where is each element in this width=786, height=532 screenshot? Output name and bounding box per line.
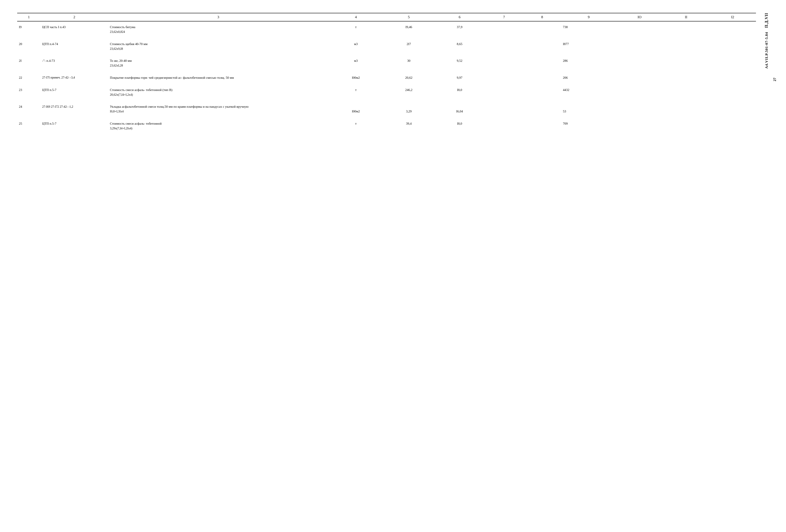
row-desc: Стоимость смеси асфаль- тобетонной (тип …: [108, 87, 328, 98]
table-row: I9 ЦСП часть I п.43 Стоимость битума 23,…: [17, 21, 756, 35]
spacer-row: [17, 35, 756, 41]
side-label-code: А4.VII.P.501-07-5.84: [765, 32, 769, 69]
row-code: ЦТП п.4-74: [40, 41, 108, 52]
row-col10: [616, 87, 663, 98]
row-num: 25: [17, 120, 40, 132]
row-unit: I00м2: [328, 103, 383, 115]
row-desc: Стоимость смеси асфаль- тобетонной 3,29х…: [108, 120, 328, 132]
table-row: 2I -"- п.4-73 То же, 20-40 мм 23,62хI,28…: [17, 57, 756, 69]
row-col7: [485, 57, 523, 69]
row-col11: [663, 21, 709, 35]
row-col12: [709, 87, 756, 98]
main-table: 1 2 3 4 5 6 7 8 9 IO II I2 I9 ЦСП часть …: [17, 13, 756, 132]
row-col8: [523, 87, 561, 98]
row-col12: [709, 120, 756, 132]
side-labels: П.Д.VII А4.VII.P.501-07-5.84: [764, 13, 769, 69]
row-col11: [663, 57, 709, 69]
table-row: 25 ЦТП п.5-7 Стоимость смеси асфаль- тоб…: [17, 120, 756, 132]
row-col12: [709, 57, 756, 69]
row-num: 23: [17, 87, 40, 98]
row-col12: 27: [709, 74, 756, 81]
row-col8: [523, 74, 561, 81]
header-col12: I2: [709, 13, 756, 21]
row-col10: [616, 74, 663, 81]
row-code: ЦСП часть I п.43: [40, 21, 108, 35]
row-col7: [485, 120, 523, 132]
row-col6: I8,0: [434, 120, 485, 132]
row-col8: [523, 21, 561, 35]
row-col7: [485, 21, 523, 35]
row-col11: [663, 103, 709, 115]
row-col5: 39,4: [383, 120, 434, 132]
row-col9: 4432: [561, 87, 616, 98]
row-col9: I877: [561, 41, 616, 52]
row-num: 24: [17, 103, 40, 115]
row-num: I9: [17, 21, 40, 35]
row-desc: То же, 20-40 мм 23,62хI,28: [108, 57, 328, 69]
header-col8: 8: [523, 13, 561, 21]
row-col7: [485, 87, 523, 98]
row-col9: 286: [561, 57, 616, 69]
table-row: 23 ЦТП п.5-7 Стоимость смеси асфаль- тоб…: [17, 87, 756, 98]
row-unit: м3: [328, 41, 383, 52]
row-unit: т: [328, 87, 383, 98]
margin-number: 27: [772, 78, 778, 81]
header-col2: 2: [40, 13, 108, 21]
row-col12: [709, 41, 756, 52]
row-unit: I00м2: [328, 74, 383, 81]
row-col5: I9,46: [383, 21, 434, 35]
spacer-row: [17, 115, 756, 120]
row-col10: [616, 41, 663, 52]
row-col6: 8,65: [434, 41, 485, 52]
row-num: 2I: [17, 57, 40, 69]
row-col6: I6,04: [434, 103, 485, 115]
row-col5: 2I7: [383, 41, 434, 52]
row-code: ЦТП п.5-7: [40, 120, 108, 132]
row-col6: 9,52: [434, 57, 485, 69]
page-container: П.Д.VII А4.VII.P.501-07-5.84 1 2 3 4 5: [17, 13, 769, 132]
header-col11: II: [663, 13, 709, 21]
table-row: 22 27-I7I примеч. 27-42- -3,4 Покрытие п…: [17, 74, 756, 81]
row-code: 27-I69 27-I72 27-42- -1,2: [40, 103, 108, 115]
header-col1: 1: [17, 13, 40, 21]
row-col6: 37,9: [434, 21, 485, 35]
row-col9: 53: [561, 103, 616, 115]
row-col8: [523, 103, 561, 115]
row-col11: [663, 74, 709, 81]
row-col8: [523, 120, 561, 132]
row-desc: Укладка асфальтобетонной смеси толщ.50 м…: [108, 103, 328, 115]
header-col7: 7: [485, 13, 523, 21]
row-code: -"- п.4-73: [40, 57, 108, 69]
table-row: 24 27-I69 27-I72 27-42- -1,2 Укладка асф…: [17, 103, 756, 115]
row-col9: 709: [561, 120, 616, 132]
header-col6: 6: [434, 13, 485, 21]
row-col6: I8,0: [434, 87, 485, 98]
row-col11: [663, 41, 709, 52]
row-col12: [709, 21, 756, 35]
row-desc: Стоимость битума 23,62х0,824: [108, 21, 328, 35]
row-col5: 20,62: [383, 74, 434, 81]
row-col10: [616, 21, 663, 35]
header-col4: 4: [328, 13, 383, 21]
header-col9: 9: [561, 13, 616, 21]
table-row: 20 ЦТП п.4-74 Стоимость щебня 40-70 мм 2…: [17, 41, 756, 52]
row-col5: 246,2: [383, 87, 434, 98]
header-col3: 3: [108, 13, 328, 21]
spacer-row: [17, 69, 756, 74]
row-col10: [616, 120, 663, 132]
row-col7: [485, 74, 523, 81]
spacer-row: [17, 81, 756, 87]
header-col5: 5: [383, 13, 434, 21]
row-unit: м3: [328, 57, 383, 69]
row-col5: 30: [383, 57, 434, 69]
table-header-row: 1 2 3 4 5 6 7 8 9 IO II I2: [17, 13, 756, 21]
row-col6: 9,97: [434, 74, 485, 81]
row-col8: [523, 41, 561, 52]
row-col8: [523, 57, 561, 69]
row-col7: [485, 103, 523, 115]
row-unit: т: [328, 120, 383, 132]
row-col10: [616, 103, 663, 115]
row-col9: 206: [561, 74, 616, 81]
row-col5: 3,29: [383, 103, 434, 115]
row-col7: [485, 41, 523, 52]
